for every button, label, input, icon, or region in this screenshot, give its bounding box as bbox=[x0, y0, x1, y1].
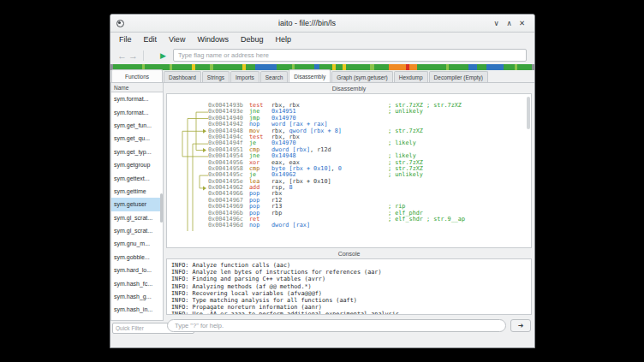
function-item[interactable]: sym.get_typ... bbox=[111, 145, 163, 158]
memory-segment bbox=[517, 64, 532, 70]
function-item[interactable]: sym.gettext... bbox=[111, 171, 163, 184]
mnemonic: nop bbox=[249, 223, 271, 228]
disassembly-line[interactable]: 0x0041496dnopdword [rax] bbox=[174, 223, 522, 228]
function-item[interactable]: sym.gl_scrat... bbox=[111, 224, 163, 237]
menu-windows[interactable]: Windows bbox=[191, 34, 235, 45]
tab-search[interactable]: Search bbox=[260, 71, 289, 82]
console-line: INFO: Analyzing methods (af @@ method.*) bbox=[171, 283, 527, 290]
functions-name-column-header[interactable]: Name bbox=[110, 83, 164, 92]
console-line: INFO: Finding and parsing C++ vtables (a… bbox=[171, 276, 527, 282]
console-line: INFO: Propagate noreturn information (aa… bbox=[171, 304, 527, 311]
function-item[interactable]: sym.gnu_m... bbox=[111, 237, 163, 250]
disassembly-dock-title[interactable]: Disassembly bbox=[164, 83, 534, 93]
tab-bar: Functions DashboardStringsImportsSearchD… bbox=[110, 70, 534, 83]
menu-help[interactable]: Help bbox=[269, 34, 297, 45]
tab-strings[interactable]: Strings bbox=[202, 71, 230, 82]
console-line: INFO: Type matching analysis for all fun… bbox=[171, 297, 527, 304]
forward-icon[interactable]: → bbox=[128, 50, 139, 61]
operand: dword [rax] bbox=[271, 222, 310, 228]
maximize-button[interactable]: ∧ bbox=[503, 17, 516, 30]
comment: ; unlikely bbox=[388, 109, 423, 115]
tab-functions[interactable]: Functions bbox=[111, 69, 163, 82]
close-button[interactable]: ✕ bbox=[516, 17, 528, 30]
minimize-button[interactable]: ∨ bbox=[490, 17, 503, 30]
console-input[interactable] bbox=[167, 319, 506, 332]
function-item[interactable]: sym.getgroup bbox=[111, 158, 163, 171]
comment: ; unlikely bbox=[388, 172, 423, 178]
disassembly-scrollbar[interactable] bbox=[527, 97, 530, 129]
operand: rbp bbox=[271, 210, 282, 217]
functions-scrollbar[interactable] bbox=[160, 193, 163, 223]
operand: , r12d bbox=[310, 146, 331, 153]
memory-segment bbox=[486, 64, 504, 70]
function-item[interactable]: sym.gettime bbox=[111, 185, 163, 198]
tab-hexdump[interactable]: Hexdump bbox=[394, 71, 428, 82]
function-item[interactable]: sym.hash_fc... bbox=[111, 276, 163, 289]
console-line: INFO: Recovering local variables (afva@@… bbox=[171, 290, 527, 297]
functions-panel: Name sym.format...sym.format...sym.get_f… bbox=[110, 83, 164, 335]
toolbar-separator bbox=[143, 50, 144, 61]
function-item[interactable]: sym.gl_scrat... bbox=[111, 211, 163, 224]
main-area: Name sym.format...sym.format...sym.get_f… bbox=[110, 83, 534, 335]
console-output[interactable]: INFO: Analyze function calls (aac)INFO: … bbox=[166, 258, 532, 315]
title-bar[interactable]: iaito - file:///bin/ls ∨ ∧ ✕ bbox=[110, 15, 534, 33]
operand: 8 bbox=[289, 184, 292, 191]
menu-debug[interactable]: Debug bbox=[235, 34, 270, 45]
console-send-button[interactable]: ➜ bbox=[510, 319, 531, 332]
instruction-address: 0x0041496d bbox=[208, 223, 249, 228]
toolbar: ← → ▶ bbox=[110, 46, 534, 64]
comment: ; likely bbox=[388, 140, 416, 146]
content-area: Disassembly 0x0041493btestrbx, rbx; str.… bbox=[164, 83, 534, 335]
operand: , bbox=[331, 165, 338, 172]
analyze-play-icon[interactable]: ▶ bbox=[160, 51, 166, 60]
functions-list[interactable]: sym.format...sym.format...sym.get_fun...… bbox=[110, 92, 164, 321]
console-line: INFO: Analyze len bytes of instructions … bbox=[171, 269, 527, 276]
menu-view[interactable]: View bbox=[163, 34, 191, 45]
comment: ; elf_shdr ; str.9__ap bbox=[388, 217, 465, 223]
menu-file[interactable]: File bbox=[113, 34, 138, 45]
tab-imports[interactable]: Imports bbox=[230, 71, 259, 82]
function-item[interactable]: sym.format... bbox=[111, 105, 163, 118]
memory-segment bbox=[532, 64, 534, 70]
quick-filter-row: ✕ bbox=[110, 321, 164, 335]
function-item[interactable]: sym.hash_g... bbox=[111, 290, 163, 303]
console-dock-title[interactable]: Console bbox=[164, 248, 534, 258]
status-bar bbox=[110, 335, 534, 347]
app-icon bbox=[116, 20, 124, 27]
back-icon[interactable]: ← bbox=[116, 50, 128, 61]
function-item[interactable]: sym.get_qu... bbox=[111, 132, 163, 145]
tab-dashboard[interactable]: Dashboard bbox=[164, 71, 201, 82]
function-item[interactable]: sym.format... bbox=[111, 92, 163, 105]
memory-segment bbox=[504, 64, 514, 70]
tab-graph-sym-getuser[interactable]: Graph (sym.getuser) bbox=[331, 71, 393, 82]
menu-edit[interactable]: Edit bbox=[138, 34, 164, 45]
disassembly-view[interactable]: 0x0041493btestrbx, rbx; str.7zXZ ; str.7… bbox=[166, 93, 532, 248]
function-item[interactable]: sym.hash_in... bbox=[111, 303, 163, 316]
app-window: iaito - file:///bin/ls ∨ ∧ ✕ File Edit V… bbox=[110, 14, 535, 348]
function-item[interactable]: sym.gobble... bbox=[111, 251, 163, 264]
function-item[interactable]: sym.getuser bbox=[111, 198, 163, 211]
function-item[interactable]: sym.get_fun... bbox=[111, 119, 163, 132]
main-tabs: DashboardStringsImportsSearchDisassembly… bbox=[164, 69, 489, 82]
tab-decompiler-empty[interactable]: Decompiler (Empty) bbox=[429, 71, 488, 82]
address-input[interactable] bbox=[173, 49, 527, 62]
operand: 0 bbox=[338, 165, 342, 172]
window-title: iaito - file:///bin/ls bbox=[124, 19, 490, 27]
function-item[interactable]: sym.hard_lo... bbox=[111, 264, 163, 276]
comment: ; str.7zXZ bbox=[388, 128, 423, 134]
disassembly-lines: 0x0041493btestrbx, rbx; str.7zXZ ; str.7… bbox=[174, 103, 522, 229]
send-arrow-icon: ➜ bbox=[518, 322, 524, 329]
console-line: INFO: Analyze function calls (aac) bbox=[171, 262, 527, 269]
tab-disassembly[interactable]: Disassembly bbox=[289, 69, 331, 82]
console-input-row: ➜ bbox=[164, 315, 534, 335]
menu-bar: File Edit View Windows Debug Help bbox=[110, 33, 534, 46]
